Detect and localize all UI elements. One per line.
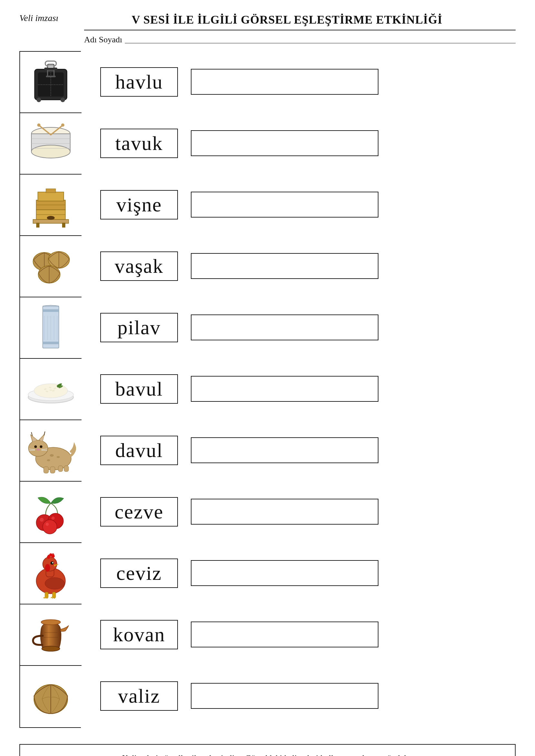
- adi-soyadi-input-line[interactable]: [125, 36, 516, 43]
- title-underline: [84, 30, 516, 30]
- word-box-pilav: pilav: [100, 313, 178, 342]
- veli-imzasi-label: Veli imzası: [19, 13, 59, 23]
- word-box-davul: davul: [100, 436, 178, 465]
- svg-point-4: [37, 97, 41, 102]
- svg-point-63: [34, 446, 37, 448]
- image-towel: [20, 297, 81, 359]
- word-box-ceviz: ceviz: [100, 558, 178, 588]
- write-box-ceviz[interactable]: [191, 560, 379, 586]
- write-box-vasak[interactable]: [191, 253, 379, 279]
- svg-rect-95: [52, 592, 56, 598]
- word-row-visne: vişne: [100, 174, 379, 235]
- write-box-havlu[interactable]: [191, 69, 379, 95]
- word-row-cezve: cezve: [100, 481, 379, 542]
- svg-point-56: [28, 440, 48, 456]
- svg-rect-26: [36, 223, 40, 228]
- image-walnuts: [20, 236, 81, 297]
- image-walnut-single: [20, 666, 81, 727]
- svg-rect-69: [44, 467, 48, 473]
- image-rice: [20, 359, 81, 420]
- svg-rect-40: [43, 342, 59, 344]
- word-row-davul: davul: [100, 419, 379, 481]
- svg-point-82: [45, 523, 49, 526]
- svg-point-102: [41, 620, 61, 625]
- svg-point-66: [50, 454, 54, 457]
- word-row-kovan: kovan: [100, 604, 379, 665]
- svg-point-64: [40, 446, 42, 448]
- write-box-davul[interactable]: [191, 437, 379, 463]
- word-row-bavul: bavul: [100, 358, 379, 419]
- svg-rect-71: [58, 466, 63, 472]
- svg-point-81: [51, 517, 55, 520]
- footer-instructions: Kelimeleri görseller ile eşleştirelim. G…: [19, 744, 516, 756]
- svg-point-21: [61, 123, 64, 127]
- svg-rect-25: [38, 192, 64, 201]
- word-box-havlu: havlu: [100, 67, 178, 97]
- words-column: havlu tavuk vişne vaşak pilav bavul davu…: [100, 51, 379, 728]
- svg-point-14: [31, 145, 70, 158]
- svg-point-84: [45, 578, 64, 589]
- adi-soyadi-label: Adı Soyadı: [84, 35, 122, 44]
- write-box-cezve[interactable]: [191, 499, 379, 525]
- svg-line-76: [42, 450, 47, 450]
- image-chicken: [20, 543, 81, 605]
- word-box-vasak: vaşak: [100, 252, 178, 281]
- page-title: V SESİ İLE İLGİLİ GÖRSEL EŞLEŞTİRME ETKİ…: [59, 13, 516, 26]
- svg-point-68: [47, 459, 50, 461]
- svg-point-28: [47, 216, 55, 220]
- word-row-vasak: vaşak: [100, 235, 379, 297]
- svg-point-92: [52, 562, 53, 563]
- word-box-valiz: valiz: [100, 681, 178, 711]
- write-box-valiz[interactable]: [191, 683, 379, 709]
- footer-text-1: Kelimeleri görseller ile eşleştirelim. G…: [33, 751, 502, 756]
- image-beehive: [20, 175, 81, 236]
- svg-point-20: [37, 123, 41, 127]
- word-row-valiz: valiz: [100, 665, 379, 727]
- svg-point-67: [57, 456, 60, 458]
- word-row-tavuk: tavuk: [100, 113, 379, 174]
- image-cezve: [20, 605, 81, 666]
- svg-rect-70: [50, 467, 55, 473]
- word-box-visne: vişne: [100, 190, 178, 220]
- svg-point-5: [61, 97, 65, 102]
- write-box-tavuk[interactable]: [191, 130, 379, 156]
- svg-rect-31: [46, 189, 56, 193]
- word-box-bavul: bavul: [100, 374, 178, 404]
- svg-point-79: [43, 520, 57, 534]
- word-row-havlu: havlu: [100, 51, 379, 113]
- svg-point-65: [37, 448, 40, 450]
- word-row-pilav: pilav: [100, 297, 379, 358]
- image-suitcase: [20, 52, 81, 113]
- svg-rect-8: [46, 76, 56, 77]
- svg-rect-39: [43, 309, 59, 312]
- svg-line-99: [51, 597, 52, 598]
- write-box-bavul[interactable]: [191, 376, 379, 402]
- word-row-ceviz: ceviz: [100, 542, 379, 604]
- write-box-kovan[interactable]: [191, 622, 379, 647]
- svg-point-80: [40, 518, 44, 522]
- image-cherries: [20, 482, 81, 543]
- svg-rect-72: [64, 466, 69, 472]
- write-box-pilav[interactable]: [191, 314, 379, 340]
- image-drum: [20, 113, 81, 175]
- svg-point-103: [42, 646, 60, 651]
- svg-rect-3: [45, 61, 56, 66]
- word-box-tavuk: tavuk: [100, 129, 178, 158]
- svg-rect-11: [44, 68, 57, 70]
- word-box-cezve: cezve: [100, 497, 178, 526]
- svg-point-90: [45, 564, 50, 572]
- svg-rect-27: [62, 223, 65, 228]
- svg-line-74: [29, 450, 35, 450]
- write-box-visne[interactable]: [191, 192, 379, 218]
- image-lynx: [20, 420, 81, 482]
- images-column: [19, 51, 81, 728]
- word-box-kovan: kovan: [100, 620, 178, 649]
- svg-point-89: [51, 554, 55, 558]
